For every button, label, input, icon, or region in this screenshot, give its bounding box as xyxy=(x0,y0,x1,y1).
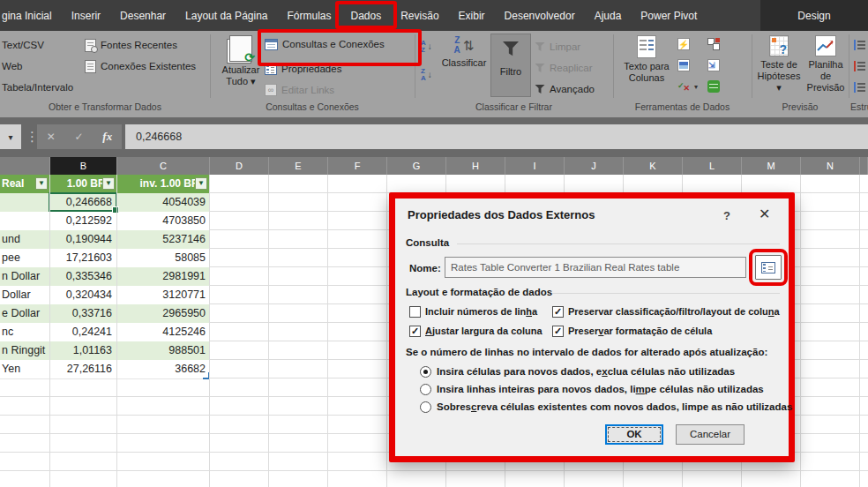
cell-rate-inverse[interactable]: 4054039 xyxy=(117,193,210,212)
cell-rate-inverse[interactable]: 2981991 xyxy=(117,267,210,286)
sort-az-button[interactable]: AZ↓ xyxy=(421,38,432,56)
cell-rate-brl[interactable]: 0,335346 xyxy=(50,267,117,286)
cell-rate-inverse[interactable]: 3120771 xyxy=(117,286,210,304)
refresh-all-button[interactable]: ⟳ Atualizar Tudo ▾ xyxy=(217,34,265,87)
formula-input[interactable]: 0,246668 xyxy=(125,124,868,149)
column-header-L[interactable]: L xyxy=(683,157,742,175)
cell-currency-name[interactable]: Dollar xyxy=(0,286,50,304)
cell-currency-name[interactable] xyxy=(0,193,50,212)
tab-desenhar[interactable]: Desenhar xyxy=(110,0,176,31)
cell-rate-brl[interactable]: 0,320434 xyxy=(50,286,117,304)
cell-rate-inverse[interactable]: 4125246 xyxy=(117,323,210,341)
checkbox-unchecked-icon[interactable] xyxy=(409,306,421,318)
cell-rate-inverse[interactable]: 988501 xyxy=(117,341,210,360)
insert-function-icon[interactable]: fx xyxy=(102,130,112,144)
column-header-edge[interactable] xyxy=(860,157,868,175)
column-header-edge[interactable] xyxy=(0,157,50,175)
filter-dropdown-button[interactable]: ▼ xyxy=(35,177,48,190)
relationships-button[interactable] xyxy=(707,35,720,53)
cell-rate-brl[interactable]: 0,24241 xyxy=(50,323,117,341)
tab-exibir[interactable]: Exibir xyxy=(449,0,495,31)
column-header-J[interactable]: J xyxy=(565,157,624,175)
tab-ajuda[interactable]: Ajuda xyxy=(585,0,632,31)
cell-rate-brl[interactable]: 17,21603 xyxy=(50,249,117,267)
cell-currency-name[interactable] xyxy=(0,212,50,230)
cell-currency-name[interactable]: e Dollar xyxy=(0,304,50,323)
radio-unselected-icon[interactable] xyxy=(420,384,431,395)
tab-layout-da-p-gina[interactable]: Layout da Página xyxy=(176,0,277,31)
close-icon[interactable]: ✕ xyxy=(759,206,770,222)
what-if-analysis-button[interactable]: ? Teste de Hipóteses ▾ xyxy=(757,34,801,94)
cell-currency-name[interactable]: und xyxy=(0,230,50,249)
tab-power-pivot[interactable]: Power Pivot xyxy=(631,0,707,31)
text-to-columns-button[interactable]: Texto para Colunas xyxy=(621,34,672,84)
cell-rate-brl[interactable]: 1,01163 xyxy=(50,341,117,360)
from-table-range-button[interactable]: Tabela/Intervalo xyxy=(2,79,73,96)
manage-data-model-button[interactable] xyxy=(707,78,720,95)
cell-rate-brl[interactable]: 0,33716 xyxy=(50,304,117,323)
tab-inserir[interactable]: Inserir xyxy=(62,0,110,31)
query-name-field[interactable]: Rates Table Converter 1 Brazilian Real R… xyxy=(445,257,746,278)
column-header-I[interactable]: I xyxy=(505,157,565,175)
properties-button[interactable]: Propriedades xyxy=(265,60,341,78)
from-web-button[interactable]: Web xyxy=(2,57,22,75)
cell-currency-name[interactable]: nc xyxy=(0,323,50,341)
queries-connections-button[interactable]: Consultas e Conexões xyxy=(265,35,385,53)
dropdown-arrow-icon[interactable]: ▾ xyxy=(694,83,698,91)
outline-item-1[interactable] xyxy=(854,57,868,75)
cell-currency-name[interactable]: pee xyxy=(0,249,50,267)
query-properties-button[interactable] xyxy=(755,255,782,280)
column-header-D[interactable]: D xyxy=(210,157,269,175)
name-box[interactable]: ▾ xyxy=(0,124,21,149)
data-validation-button[interactable]: ✓✕ ▾ xyxy=(677,78,698,95)
confirm-entry-icon[interactable]: ✓ xyxy=(75,131,84,143)
help-icon[interactable]: ? xyxy=(723,209,730,222)
recent-sources-button[interactable]: Fontes Recentes xyxy=(85,36,177,54)
radio-selected-icon[interactable] xyxy=(420,366,431,378)
cell-currency-name[interactable]: n Ringgit xyxy=(0,341,50,360)
consolidate-button[interactable]: ⇲ xyxy=(707,56,720,74)
cell-rate-inverse[interactable]: 2965950 xyxy=(117,304,210,323)
cell-rate-brl[interactable]: 0,212592 xyxy=(50,212,117,230)
cancel-button[interactable]: Cancelar xyxy=(676,424,745,445)
from-text-csv-button[interactable]: Text/CSV xyxy=(2,36,44,54)
cell-currency-name[interactable]: Yen xyxy=(0,360,50,378)
outline-item-0[interactable]: A xyxy=(854,36,868,54)
sort-button[interactable]: ZA⇅ Classificar xyxy=(439,34,489,69)
column-header-N[interactable]: N xyxy=(801,157,860,175)
cell-rate-inverse[interactable]: 36682 xyxy=(117,360,210,378)
cell-rate-inverse[interactable]: 4703850 xyxy=(117,212,210,230)
filter-dropdown-button[interactable]: ▼ xyxy=(102,177,115,190)
tab-revis-o[interactable]: Revisão xyxy=(391,0,448,31)
remove-duplicates-button[interactable] xyxy=(677,56,690,74)
radio-unselected-icon[interactable] xyxy=(420,401,431,413)
column-header-B[interactable]: B xyxy=(50,157,117,175)
cell-rate-brl[interactable]: 27,26116 xyxy=(50,360,117,378)
cell-rate-inverse[interactable]: 5237146 xyxy=(117,230,210,249)
column-header-C[interactable]: C xyxy=(117,157,210,175)
column-header-G[interactable]: G xyxy=(387,157,446,175)
flash-fill-button[interactable]: ⚡ xyxy=(677,35,690,53)
outline-item-2[interactable]: S xyxy=(854,79,868,96)
cell-currency-name[interactable]: n Dollar xyxy=(0,267,50,286)
tab-design[interactable]: Design xyxy=(760,0,868,31)
cell-rate-inverse[interactable]: 58085 xyxy=(117,249,210,267)
checkbox-checked-icon[interactable]: ✓ xyxy=(552,326,564,337)
filter-button[interactable]: Filtro xyxy=(490,34,531,97)
sort-za-button[interactable]: ZA↓ xyxy=(421,66,432,84)
forecast-sheet-button[interactable]: Planilha de Previsão xyxy=(803,34,849,94)
tab-dados[interactable]: Dados xyxy=(341,0,392,31)
tab-gina-inicial[interactable]: gina Inicial xyxy=(0,0,62,31)
cancel-entry-icon[interactable]: ✕ xyxy=(47,131,56,143)
tab-f-rmulas[interactable]: Fórmulas xyxy=(278,0,341,31)
cell-rate-brl[interactable]: 0,190944 xyxy=(50,230,117,249)
ok-button[interactable]: OK xyxy=(605,424,663,445)
column-header-E[interactable]: E xyxy=(269,157,328,175)
advanced-filter-button[interactable]: Avançado xyxy=(535,80,595,98)
tab-desenvolvedor[interactable]: Desenvolvedor xyxy=(495,0,585,31)
filter-dropdown-button[interactable]: ▼ xyxy=(195,177,207,190)
checkbox-checked-icon[interactable]: ✓ xyxy=(552,306,564,318)
column-header-K[interactable]: K xyxy=(624,157,683,175)
column-header-M[interactable]: M xyxy=(742,157,801,175)
column-header-H[interactable]: H xyxy=(446,157,505,175)
